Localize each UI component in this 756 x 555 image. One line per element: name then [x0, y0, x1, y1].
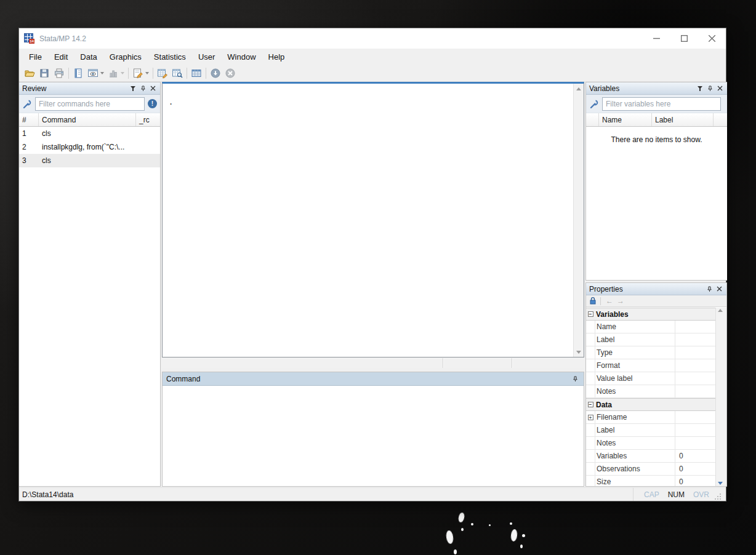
info-icon[interactable]: ! [148, 99, 157, 108]
scroll-down-icon[interactable] [574, 347, 584, 357]
property-row[interactable]: Value label [586, 372, 715, 385]
toolbar-separator [128, 68, 129, 79]
property-row[interactable]: Name [586, 321, 715, 333]
variables-filter-input[interactable] [602, 97, 721, 111]
close-panel-icon[interactable] [715, 84, 725, 94]
results-window[interactable]: . [162, 82, 584, 357]
menu-window[interactable]: Window [221, 49, 262, 65]
property-row[interactable]: Observations 0 [586, 463, 715, 476]
variables-manager-icon [190, 68, 203, 79]
viewer-dropdown-arrow[interactable] [100, 72, 104, 74]
menu-help[interactable]: Help [262, 49, 291, 65]
properties-grid: − Variables Name Label Type Format [586, 308, 715, 486]
close-panel-icon[interactable] [148, 84, 158, 94]
review-filter-input[interactable] [35, 97, 145, 111]
collapse-icon[interactable]: − [588, 311, 593, 317]
close-panel-icon[interactable] [714, 284, 724, 294]
save-button[interactable] [37, 66, 52, 81]
print-button[interactable] [52, 66, 66, 81]
data-browser-button[interactable] [170, 66, 185, 81]
review-panel-title: Review [22, 84, 128, 93]
print-icon [53, 68, 65, 79]
close-glyph [150, 86, 156, 91]
collapse-icon[interactable]: − [588, 402, 593, 407]
graph-button[interactable] [106, 66, 121, 81]
variables-col-label[interactable]: Label [652, 113, 714, 126]
properties-section-data[interactable]: − Data [586, 398, 715, 411]
scroll-up-icon[interactable] [718, 309, 723, 312]
maximize-icon [681, 35, 688, 42]
property-row[interactable]: Notes [586, 437, 715, 450]
break-icon [224, 68, 236, 79]
variables-col-extra[interactable] [714, 113, 727, 126]
do-file-editor-dropdown-arrow[interactable] [145, 72, 149, 74]
num-lock-indicator: NUM [668, 490, 685, 499]
pin-icon[interactable] [138, 84, 148, 94]
properties-section-variables[interactable]: − Variables [586, 308, 715, 321]
wrench-icon[interactable] [22, 99, 32, 109]
property-row[interactable]: Label [586, 333, 715, 346]
minimize-button[interactable] [643, 28, 670, 49]
menu-graphics[interactable]: Graphics [103, 49, 148, 65]
command-input-area[interactable] [163, 386, 584, 486]
menu-file[interactable]: File [23, 49, 48, 65]
variables-col-blank[interactable] [586, 113, 599, 126]
pin-icon[interactable] [705, 84, 715, 94]
review-row[interactable]: 1 cls [19, 127, 160, 140]
menu-edit[interactable]: Edit [48, 49, 74, 65]
close-button[interactable] [698, 28, 726, 49]
scroll-down-icon[interactable] [718, 482, 723, 485]
maximize-button[interactable] [670, 28, 698, 49]
data-editor-button[interactable] [155, 66, 170, 81]
review-row-selected[interactable]: 3 cls [19, 154, 160, 167]
scroll-up-icon[interactable] [574, 84, 584, 94]
wrench-icon[interactable] [589, 99, 599, 109]
property-row[interactable]: + Filename [586, 411, 715, 424]
property-row[interactable]: Variables 0 [586, 450, 715, 463]
variables-col-name[interactable]: Name [599, 113, 652, 126]
funnel-glyph [130, 86, 136, 92]
open-button[interactable] [22, 66, 37, 81]
expand-icon[interactable]: + [588, 415, 593, 420]
property-row[interactable]: Label [586, 424, 715, 437]
status-flags: CAP NUM OVR [633, 488, 726, 501]
lock-icon[interactable] [589, 297, 597, 305]
property-row[interactable]: Size 0 [586, 476, 715, 486]
property-label: Type [595, 346, 675, 359]
review-col-command[interactable]: Command [39, 113, 136, 126]
window-title: Stata/MP 14.2 [39, 34, 86, 43]
variables-column-header: Name Label [586, 113, 727, 127]
property-row[interactable]: Type [586, 346, 715, 359]
menu-statistics[interactable]: Statistics [148, 49, 192, 65]
filter-icon[interactable] [695, 84, 705, 94]
property-row[interactable]: Notes [586, 385, 715, 398]
variables-manager-button[interactable] [189, 66, 204, 81]
property-label: Variables [595, 450, 675, 462]
do-file-editor-button[interactable] [131, 66, 145, 81]
resize-grip-icon[interactable] [714, 492, 722, 501]
pin-icon[interactable] [570, 374, 580, 384]
toolbar-separator [600, 297, 601, 305]
overwrite-indicator: OVR [693, 490, 709, 499]
pin-icon[interactable] [704, 284, 714, 294]
break-button[interactable] [223, 66, 238, 81]
review-row[interactable]: 2 installpkgdlg, from(`"C:\... [19, 140, 160, 154]
properties-scrollbar[interactable] [715, 308, 726, 486]
status-bar: D:\Stata14\data CAP NUM OVR [19, 487, 726, 501]
log-button[interactable] [71, 66, 86, 81]
more-button[interactable] [208, 66, 223, 81]
menu-user[interactable]: User [192, 49, 221, 65]
viewer-button[interactable] [86, 66, 100, 81]
toolbar-separator [153, 68, 153, 79]
menu-data[interactable]: Data [74, 49, 103, 65]
filter-icon[interactable] [128, 84, 138, 94]
property-label: Name [595, 321, 675, 333]
property-row[interactable]: Format [586, 359, 715, 372]
review-row-command: installpkgdlg, from(`"C:\... [39, 143, 136, 151]
properties-panel-title: Properties [589, 285, 704, 293]
variables-panel-title: Variables [589, 84, 695, 93]
review-col-number[interactable]: # [19, 113, 39, 126]
review-col-rc[interactable]: _rc [136, 113, 160, 126]
pin-glyph [707, 86, 713, 92]
results-scrollbar[interactable] [573, 84, 584, 357]
